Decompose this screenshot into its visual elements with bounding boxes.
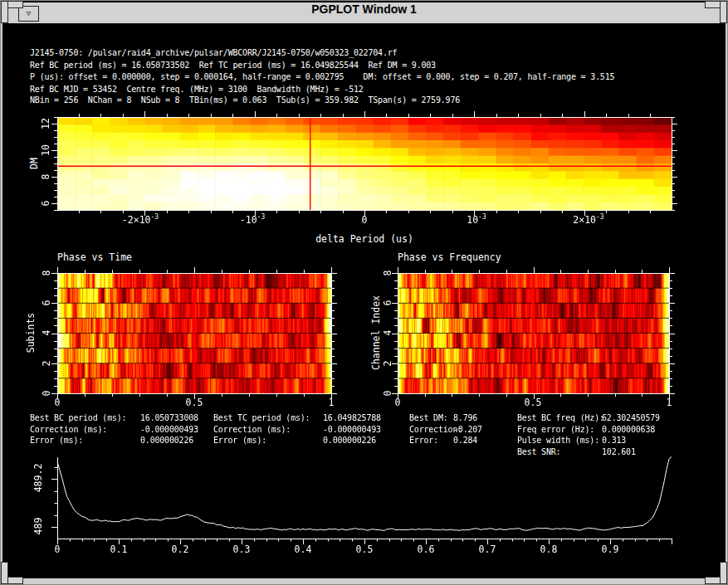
pf-xtick: 0.5 <box>525 397 542 408</box>
pt-xtick: 1 <box>329 397 335 408</box>
stat-value: -0.000000493 <box>323 425 381 434</box>
profile-ytick: 489 <box>32 518 44 535</box>
stat-label: Best TC period (ms): <box>213 413 310 422</box>
phase-freq-title: Phase vs Frequency <box>398 251 501 263</box>
dm-xtick: 10-3 <box>467 214 486 226</box>
profile-xtick: 0.8 <box>540 544 558 555</box>
resize-handle-top-right-v[interactable] <box>720 1 727 23</box>
profile-xtick: 0.7 <box>479 544 496 555</box>
phase-time-title: Phase vs Time <box>57 251 132 263</box>
stat-label: Error (ms): <box>30 436 83 445</box>
pgplot-window: PGPLOT Window 1 ▽ J2145-0750: /pulsar/ra… <box>0 0 728 585</box>
header-line-obs: Ref BC MJD = 53452 Centre freq. (MHz) = … <box>30 85 364 94</box>
stat-value: 0.284 <box>453 436 477 445</box>
stat-value: 0.313 <box>602 436 626 445</box>
iconify-triangle-icon: ▽ <box>27 9 31 17</box>
stat-label: Best DM: <box>409 413 448 422</box>
pt-xtick: 0.5 <box>186 397 203 408</box>
stat-label: Error: <box>409 436 438 445</box>
stat-label: Best BC freq (Hz): <box>517 413 604 422</box>
pt-xtick: 0 <box>55 397 61 408</box>
dm-ytick: 12 <box>40 118 51 129</box>
delta-period-axis-label: delta Period (us) <box>315 233 413 245</box>
stat-value: 16.049825788 <box>323 413 381 422</box>
pt-ytick: 2 <box>41 361 52 367</box>
dm-axis-label: DM <box>28 158 40 169</box>
dm-ytick: 6 <box>40 201 51 207</box>
stat-value: 16.050733008 <box>140 413 198 422</box>
channel-index-axis-label: Channel Index <box>370 295 382 370</box>
pulse-profile-plot <box>49 456 673 545</box>
profile-ytick: 489.2 <box>32 464 44 493</box>
dm-xtick: 2×10-3 <box>573 214 603 226</box>
pf-ytick: 4 <box>382 330 393 336</box>
pt-ytick: 8 <box>41 271 52 276</box>
profile-xtick: 0.2 <box>172 544 189 555</box>
pt-ytick: 6 <box>41 300 52 306</box>
dm-xtick: -2×10-3 <box>122 214 159 226</box>
pf-ytick: 8 <box>382 271 393 276</box>
pt-ytick: 0 <box>41 391 52 397</box>
stat-value: -0.207 <box>453 425 482 434</box>
profile-xtick: 0.9 <box>602 544 619 555</box>
window-title: PGPLOT Window 1 <box>2 2 726 23</box>
frame-bottom <box>1 578 727 584</box>
stat-label: Pulse width (ms): <box>517 436 599 445</box>
header-line-refperiod: Ref BC period (ms) = 16.050733502 Ref TC… <box>30 61 436 70</box>
stat-label: Error (ms): <box>213 436 266 445</box>
stat-value: 8.796 <box>453 413 477 422</box>
phase-time-heatmap <box>49 265 340 402</box>
header-line-file: J2145-0750: /pulsar/raid4_archive/pulsar… <box>30 48 397 57</box>
pf-xtick: 1 <box>667 397 672 408</box>
pf-ytick: 6 <box>382 300 393 306</box>
subints-axis-label: Subints <box>25 313 37 353</box>
resize-handle-bottom-left-v[interactable] <box>1 562 8 584</box>
resize-handle-top-left-v[interactable] <box>1 1 8 23</box>
stat-value: -0.000000493 <box>140 425 198 434</box>
stat-label: Correction (ms): <box>30 425 107 434</box>
profile-xtick: 0.5 <box>356 544 374 555</box>
header-line-search-ranges: P (us): offset = 0.000000, step = 0.0001… <box>30 72 614 81</box>
pf-xtick: 0 <box>395 397 401 408</box>
frame-right <box>726 1 727 584</box>
stat-value: 0.000000226 <box>140 436 193 445</box>
stat-label: Correction (ms): <box>213 425 291 434</box>
dm-xtick: 0 <box>362 214 368 226</box>
dm-xtick: -10-3 <box>240 214 265 226</box>
header-line-binning: NBin = 256 NChan = 8 NSub = 8 TBin(ms) =… <box>30 95 460 105</box>
profile-xtick: 0.4 <box>295 544 312 555</box>
stat-value: 0.000000226 <box>323 436 376 445</box>
pf-ytick: 2 <box>382 361 393 367</box>
titlebar[interactable]: PGPLOT Window 1 ▽ <box>2 2 726 24</box>
dm-ytick: 10 <box>40 144 51 156</box>
stat-label: Freq error (Hz): <box>517 425 594 434</box>
pf-ytick: 0 <box>382 391 393 397</box>
profile-xtick: 0.3 <box>233 544 251 555</box>
dm-period-snr-heatmap <box>49 109 682 220</box>
resize-handle-bottom-right-v[interactable] <box>720 562 727 584</box>
profile-xtick: 0.1 <box>110 544 128 555</box>
stat-label: Best BC period (ms): <box>30 413 126 422</box>
stat-value: 62.302450579 <box>602 413 660 422</box>
profile-xtick: 0 <box>55 544 61 555</box>
profile-xtick: 0.6 <box>418 544 435 555</box>
phase-frequency-heatmap <box>389 265 677 402</box>
dm-ytick: 8 <box>40 174 51 180</box>
stat-value: 0.000000638 <box>602 425 655 434</box>
pt-ytick: 4 <box>41 330 52 336</box>
